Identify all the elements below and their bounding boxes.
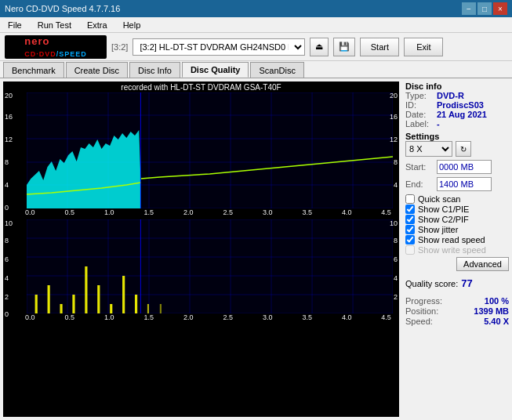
show-c1pie-label: Show C1/PIE: [418, 205, 469, 214]
exit-button[interactable]: Exit: [404, 38, 443, 56]
type-label: Type:: [405, 91, 434, 100]
drive-select[interactable]: [3:2] HL-DT-ST DVDRAM GH24NSD0 LH00: [133, 38, 305, 56]
disc-info-section: Disc info Type: DVD-R ID: ProdiscS03 Dat…: [405, 81, 509, 129]
chart-area: recorded with HL-DT-ST DVDRAM GSA-T40F: [3, 81, 399, 417]
right-panel: Disc info Type: DVD-R ID: ProdiscS03 Dat…: [402, 78, 512, 420]
progress-section: Progress: 100 % Position: 1399 MB Speed:…: [405, 295, 509, 327]
tabs: Benchmark Create Disc Disc Info Disc Qua…: [0, 61, 512, 78]
menu-run-test[interactable]: Run Test: [33, 19, 76, 31]
type-value: DVD-R: [437, 91, 464, 100]
advanced-button[interactable]: Advanced: [456, 257, 509, 271]
id-value: ProdiscS03: [437, 100, 484, 110]
show-c2pif-label: Show C2/PIF: [418, 215, 469, 224]
quick-scan-label: Quick scan: [418, 194, 460, 204]
position-row: Position: 1399 MB: [405, 306, 509, 316]
svg-rect-19: [27, 219, 393, 313]
svg-rect-39: [72, 295, 74, 313]
position-value: 1399 MB: [474, 306, 509, 316]
label-row: Label: -: [405, 119, 509, 129]
date-value: 21 Aug 2021: [437, 110, 487, 119]
progress-label: Progress:: [405, 296, 442, 306]
start-row: Start:: [405, 160, 509, 174]
maximize-button[interactable]: □: [478, 2, 492, 15]
svg-rect-40: [85, 266, 87, 313]
refresh-button[interactable]: ↻: [456, 141, 471, 157]
speed-select[interactable]: 8 X Max 4 X: [405, 141, 452, 157]
titlebar: Nero CD-DVD Speed 4.7.7.16 − □ ×: [0, 0, 512, 17]
svg-rect-44: [135, 295, 137, 313]
id-row: ID: ProdiscS03: [405, 100, 509, 110]
svg-rect-36: [35, 295, 38, 313]
start-button[interactable]: Start: [360, 38, 399, 56]
tab-create-disc[interactable]: Create Disc: [66, 62, 128, 78]
show-write-speed-row: Show write speed: [405, 245, 509, 255]
svg-rect-42: [110, 304, 112, 313]
show-read-speed-row: Show read speed: [405, 235, 509, 244]
position-label: Position:: [405, 306, 438, 316]
start-input[interactable]: [437, 160, 492, 174]
chart-title: recorded with HL-DT-ST DVDRAM GSA-T40F: [3, 83, 399, 92]
drive-label: [3:2]: [111, 42, 128, 52]
show-jitter-checkbox[interactable]: [405, 225, 415, 234]
menu-file[interactable]: File: [3, 19, 27, 31]
quick-scan-row: Quick scan: [405, 194, 509, 204]
menu-help[interactable]: Help: [118, 19, 146, 31]
quality-row: Quality score: 77: [405, 277, 509, 289]
date-row: Date: 21 Aug 2021: [405, 110, 509, 119]
show-c1pie-checkbox[interactable]: [405, 205, 415, 214]
minimize-button[interactable]: −: [462, 2, 476, 15]
menu-extra[interactable]: Extra: [82, 19, 112, 31]
bottom-x-axis: 0.00.51.01.52.02.53.03.54.04.5: [25, 313, 391, 321]
tab-disc-info[interactable]: Disc Info: [129, 62, 180, 78]
advanced-container: Advanced: [405, 255, 509, 271]
svg-rect-47: [160, 304, 162, 313]
show-read-speed-checkbox[interactable]: [405, 235, 415, 244]
progress-row: Progress: 100 %: [405, 296, 509, 306]
tab-benchmark[interactable]: Benchmark: [3, 62, 64, 78]
show-c2pif-checkbox[interactable]: [405, 215, 415, 224]
title-area: Nero CD-DVD Speed 4.7.7.16: [5, 4, 120, 13]
end-row: End:: [405, 177, 509, 191]
tab-scan-disc[interactable]: ScanDisc: [250, 62, 303, 78]
type-row: Type: DVD-R: [405, 91, 509, 100]
svg-rect-38: [60, 304, 62, 313]
quality-value: 77: [461, 277, 472, 289]
show-read-speed-label: Show read speed: [418, 235, 485, 244]
start-label: Start:: [405, 162, 434, 172]
tab-disc-quality[interactable]: Disc Quality: [182, 62, 249, 78]
svg-rect-43: [122, 276, 125, 313]
speed-row: Speed: 5.40 X: [405, 317, 509, 326]
svg-rect-37: [48, 285, 50, 313]
progress-value: 100 %: [485, 296, 509, 306]
show-c1pie-row: Show C1/PIE: [405, 205, 509, 214]
date-label: Date:: [405, 110, 434, 119]
show-c2pif-row: Show C2/PIF: [405, 215, 509, 224]
quick-scan-checkbox[interactable]: [405, 194, 415, 204]
settings-section: Settings 8 X Max 4 X ↻ Start: End: Quick…: [405, 132, 509, 271]
disc-label-label: Label:: [405, 119, 434, 129]
end-label: End:: [405, 179, 434, 189]
menubar: File Run Test Extra Help: [0, 17, 512, 33]
id-label: ID:: [405, 100, 434, 110]
bottom-chart-svg: [27, 219, 393, 313]
speed-value: 5.40 X: [484, 317, 509, 326]
disc-info-title: Disc info: [405, 81, 509, 91]
disc-label-value: -: [437, 119, 440, 129]
eject-button[interactable]: ⏏: [310, 38, 329, 56]
toolbar: neroCD·DVD/SPEED [3:2] [3:2] HL-DT-ST DV…: [0, 33, 512, 61]
top-chart-svg: [27, 92, 393, 208]
speed-row: 8 X Max 4 X ↻: [405, 141, 509, 157]
top-x-axis: 0.00.51.01.52.02.53.03.54.04.5: [25, 208, 391, 216]
nero-logo: neroCD·DVD/SPEED: [5, 35, 107, 59]
show-write-speed-label: Show write speed: [418, 245, 486, 255]
speed-label: Speed:: [405, 317, 433, 326]
svg-rect-46: [147, 304, 149, 313]
close-button[interactable]: ×: [493, 2, 507, 15]
window-controls: − □ ×: [462, 2, 507, 15]
save-button[interactable]: 💾: [333, 38, 355, 56]
show-jitter-label: Show jitter: [418, 225, 458, 234]
show-write-speed-checkbox[interactable]: [405, 245, 415, 255]
main-area: recorded with HL-DT-ST DVDRAM GSA-T40F: [0, 78, 512, 420]
svg-rect-41: [97, 285, 100, 313]
end-input[interactable]: [437, 177, 492, 191]
